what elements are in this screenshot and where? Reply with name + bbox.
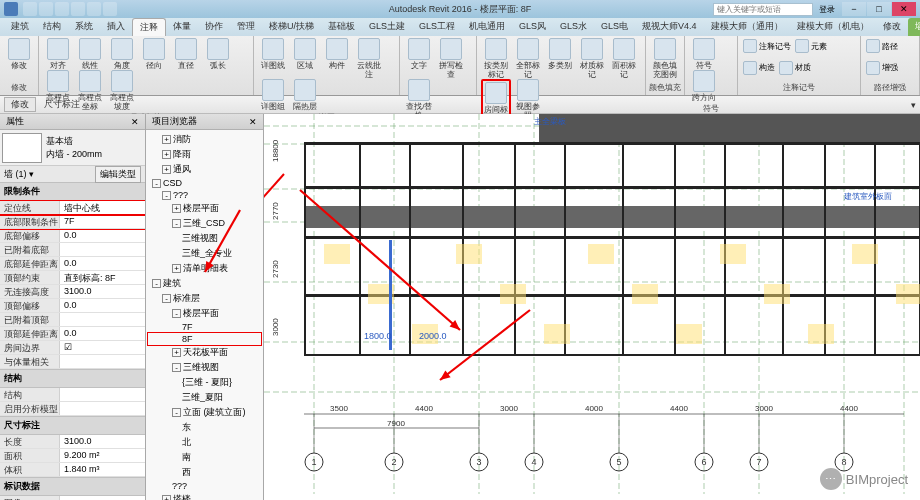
tree-node[interactable]: {三维 - 夏阳} [148,375,261,390]
ribbon-button[interactable]: 材质 [779,61,811,75]
ribbon-tab[interactable]: 注释 [132,18,166,36]
tree-toggle[interactable]: + [172,204,181,213]
ribbon-tab[interactable]: 管理 [230,18,262,36]
property-row[interactable]: 底部延伸距离0.0 [0,257,145,271]
property-row[interactable]: 启用分析模型 [0,402,145,416]
ribbon-button[interactable]: 直径 [171,38,201,70]
ribbon-tab[interactable]: 建模大师（机电） [790,18,876,36]
tree-node[interactable]: -立面 (建筑立面) [148,405,261,420]
tree-toggle[interactable]: + [172,264,181,273]
tree-node[interactable]: +降雨 [148,147,261,162]
tree-node[interactable]: -??? [148,189,261,201]
property-row[interactable]: 底部偏移0.0 [0,229,145,243]
ribbon-tab[interactable]: 插入 [100,18,132,36]
property-value[interactable]: 0.0 [60,229,145,242]
ribbon-tab[interactable]: 系统 [68,18,100,36]
property-row[interactable]: 顶部延伸距离0.0 [0,327,145,341]
property-value[interactable]: 墙中心线 [60,201,145,214]
ribbon-button[interactable]: 全部标记 [513,38,543,79]
ribbon-button[interactable]: 弧长 [203,38,233,70]
tree-node[interactable]: 三维_夏阳 [148,390,261,405]
ribbon-tab[interactable]: GLS土建 [362,18,412,36]
ribbon-tab[interactable]: 体量 [166,18,198,36]
ribbon-tab[interactable]: 建筑 [4,18,36,36]
ribbon-tab[interactable]: 机电通用 [462,18,512,36]
property-row[interactable]: 无连接高度3100.0 [0,285,145,299]
property-value[interactable] [60,313,145,326]
tree-node[interactable]: +天花板平面 [148,345,261,360]
ribbon-button[interactable]: 按类别标记 [481,38,511,79]
qat-save[interactable] [39,2,53,16]
ribbon-tab[interactable]: GLS电 [594,18,635,36]
property-row[interactable]: 定位线墙中心线 [0,201,145,215]
property-value[interactable]: 0.0 [60,327,145,340]
ribbon-button[interactable]: 元素 [795,39,827,53]
property-value[interactable]: 0.0 [60,257,145,270]
property-value[interactable]: 3100.0 [60,435,145,448]
ribbon-tab[interactable]: 结构 [36,18,68,36]
tree-node[interactable]: 8F [148,333,261,345]
property-value[interactable]: 直到标高: 8F [60,271,145,284]
property-row[interactable]: 顶部偏移0.0 [0,299,145,313]
property-row[interactable]: 体积1.840 m³ [0,463,145,477]
qat-redo[interactable] [71,2,85,16]
ribbon-button[interactable]: 详图组 [258,79,288,111]
edit-type-button[interactable]: 编辑类型 [95,166,141,183]
ribbon-button[interactable]: 隔热层 [290,79,320,111]
tree-toggle[interactable]: - [162,294,171,303]
property-section[interactable]: 限制条件 [0,182,145,201]
ribbon-tab[interactable]: GLS风 [512,18,553,36]
ribbon-tab[interactable]: GLS工程 [412,18,462,36]
close-button[interactable]: ✕ [892,2,916,16]
ribbon-button[interactable]: 面积标记 [609,38,639,79]
property-row[interactable]: 图像 [0,496,145,500]
tree-node[interactable]: 三维_全专业 [148,246,261,261]
tree-node[interactable]: 7F [148,321,261,333]
ribbon-button[interactable]: 路径 [866,39,898,53]
ribbon-tab[interactable]: 修改 [876,18,908,36]
tree-toggle[interactable]: - [172,363,181,372]
property-section[interactable]: 尺寸标注 [0,416,145,435]
ribbon-button[interactable]: 角度 [107,38,137,70]
tree-node[interactable]: +楼层平面 [148,201,261,216]
ribbon-button[interactable]: 构件 [322,38,352,70]
property-value[interactable] [60,243,145,256]
tree-node[interactable]: -楼层平面 [148,306,261,321]
ribbon-button[interactable]: 构造 [743,61,775,75]
tree-toggle[interactable]: + [162,165,171,174]
ribbon-tab[interactable]: 规视大师V4.4 [635,18,704,36]
tree-node[interactable]: 东 [148,420,261,435]
dropdown-icon[interactable]: ▾ [29,169,34,179]
tree-node[interactable]: 南 [148,450,261,465]
property-value[interactable] [60,402,145,415]
ribbon-button[interactable]: 线性 [75,38,105,70]
ribbon-button[interactable]: 高程点坡度 [107,70,137,111]
tree-toggle[interactable]: + [162,150,171,159]
property-value[interactable]: 7F [60,215,145,228]
property-value[interactable] [60,388,145,401]
ribbon-tab[interactable]: 协作 [198,18,230,36]
qat-print[interactable] [103,2,117,16]
ribbon-button[interactable]: 颜色填充图例 [650,38,680,79]
ribbon-button[interactable]: 详图线 [258,38,288,70]
tree-node[interactable]: +塔楼 [148,492,261,500]
property-value[interactable]: 0.0 [60,299,145,312]
tree-node[interactable]: -标准层 [148,291,261,306]
modify-button[interactable]: 修改 [4,97,36,112]
ribbon-button[interactable]: 区域 [290,38,320,70]
property-value[interactable]: ☑ [60,341,145,354]
ribbon-button[interactable]: 增强 [866,61,898,75]
property-value[interactable] [60,355,145,368]
tree-node[interactable]: -三维_CSD [148,216,261,231]
maximize-button[interactable]: □ [867,2,891,16]
ribbon-button[interactable]: 径向 [139,38,169,70]
property-row[interactable]: 结构 [0,388,145,402]
property-row[interactable]: 面积9.200 m² [0,449,145,463]
property-value[interactable]: 9.200 m² [60,449,145,462]
tree-toggle[interactable]: - [152,179,161,188]
tree-node[interactable]: +消防 [148,132,261,147]
qat-sync[interactable] [87,2,101,16]
ribbon-button[interactable]: 拼写检查 [436,38,466,79]
tree-toggle[interactable]: + [162,495,171,500]
ribbon-tab[interactable]: 楼梯U/扶梯 [262,18,321,36]
